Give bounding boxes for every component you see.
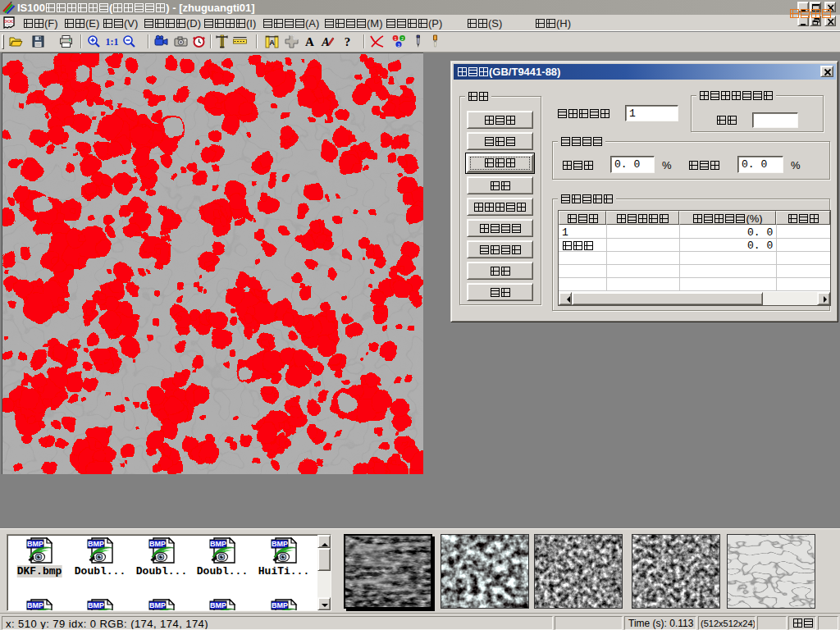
svg-text:BMP: BMP (149, 601, 166, 609)
svg-text:BMP: BMP (210, 540, 226, 548)
svg-text:DOC: DOC (3, 19, 14, 24)
svg-text:1:1: 1:1 (106, 36, 119, 48)
svg-text:BMP: BMP (88, 540, 104, 548)
svg-text:A: A (269, 39, 275, 47)
svg-text:A: A (321, 36, 329, 48)
svg-text:BMP: BMP (210, 601, 226, 609)
svg-text:2: 2 (401, 36, 404, 41)
svg-text:BMP: BMP (88, 601, 104, 609)
svg-text:BMP: BMP (149, 540, 166, 548)
svg-text:A: A (305, 35, 314, 48)
svg-text:?: ? (345, 35, 351, 48)
svg-text:BMP: BMP (27, 540, 43, 548)
svg-text:BMP: BMP (272, 601, 288, 609)
svg-text:BMP: BMP (272, 540, 288, 548)
svg-text:BMP: BMP (27, 601, 43, 609)
svg-text:1: 1 (394, 36, 396, 41)
svg-text:3: 3 (397, 43, 399, 48)
